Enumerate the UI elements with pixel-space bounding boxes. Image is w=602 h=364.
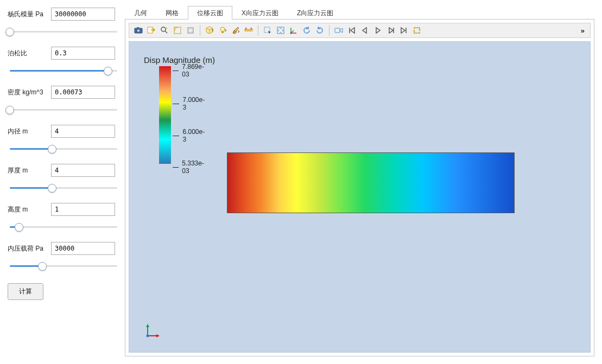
- svg-rect-14: [335, 28, 340, 33]
- svg-marker-16: [146, 324, 149, 327]
- brush-icon[interactable]: [230, 24, 242, 36]
- svg-rect-12: [277, 27, 284, 34]
- input-inner-radius[interactable]: [51, 125, 115, 138]
- label-poisson: 泊松比: [8, 49, 51, 58]
- last-frame-icon[interactable]: [398, 24, 410, 36]
- slider-poisson[interactable]: [8, 65, 119, 76]
- svg-point-1: [137, 29, 140, 33]
- input-youngs-modulus[interactable]: [51, 8, 115, 21]
- rotate-cw-icon[interactable]: [301, 24, 313, 36]
- svg-point-19: [147, 335, 149, 337]
- svg-rect-2: [137, 27, 139, 29]
- tab-x-stress[interactable]: X向应力云图: [232, 6, 288, 20]
- toolbar-separator: [258, 25, 258, 36]
- svg-point-13: [290, 33, 292, 34]
- camera-icon[interactable]: [132, 24, 144, 36]
- legend-tick: 7.869e-03: [171, 63, 206, 78]
- param-youngs-modulus: 杨氏模量 Pa: [8, 8, 119, 37]
- svg-rect-7: [189, 29, 192, 32]
- param-height: 高度 m: [8, 203, 119, 232]
- first-frame-icon[interactable]: [346, 24, 358, 36]
- slider-height[interactable]: [8, 221, 119, 232]
- toolbar: »: [129, 23, 591, 38]
- tab-z-stress[interactable]: Z向应力云图: [288, 6, 343, 20]
- input-height[interactable]: [51, 203, 115, 216]
- fit-icon[interactable]: [275, 24, 287, 36]
- label-youngs-modulus: 杨氏模量 Pa: [8, 10, 51, 19]
- slider-thickness[interactable]: [8, 182, 119, 193]
- label-height: 高度 m: [8, 205, 51, 214]
- next-frame-icon[interactable]: [385, 24, 397, 36]
- param-thickness: 厚度 m: [8, 164, 119, 193]
- axis-triad-icon: [144, 323, 161, 339]
- play-icon[interactable]: [372, 24, 384, 36]
- color-legend: 7.869e-03 7.000e-3 6.000e-3 5.333e-03: [159, 66, 171, 164]
- param-sidebar: 杨氏模量 Pa 泊松比 密度 kg/m^3: [0, 0, 125, 364]
- result-contour: [227, 152, 515, 213]
- slider-inner-radius[interactable]: [8, 143, 119, 154]
- calc-button[interactable]: 计算: [8, 283, 43, 300]
- svg-point-4: [161, 27, 166, 31]
- label-inner-radius: 内径 m: [8, 127, 51, 136]
- input-poisson[interactable]: [51, 47, 115, 60]
- svg-point-8: [220, 27, 225, 31]
- caliper-icon[interactable]: [243, 24, 255, 36]
- video-icon[interactable]: [333, 24, 345, 36]
- tab-bar: 几何 网格 位移云图 X向应力云图 Z向应力云图: [125, 7, 594, 20]
- ruler-box-icon[interactable]: [172, 24, 183, 36]
- lightbulb-icon[interactable]: [217, 24, 229, 36]
- legend-tick: 5.333e-03: [171, 159, 206, 175]
- legend-tick: 7.000e-3: [171, 96, 206, 111]
- cube-view-icon[interactable]: [204, 24, 216, 36]
- tab-geometry[interactable]: 几何: [125, 6, 156, 20]
- param-pressure: 内压载荷 Pa: [8, 242, 119, 271]
- projection-icon[interactable]: [185, 24, 197, 36]
- svg-marker-18: [156, 334, 160, 337]
- label-density: 密度 kg/m^3: [8, 88, 51, 97]
- axes-icon[interactable]: [288, 24, 300, 36]
- param-density: 密度 kg/m^3: [8, 86, 119, 115]
- main-panel: 几何 网格 位移云图 X向应力云图 Z向应力云图: [125, 0, 602, 364]
- viewport[interactable]: Disp Magnitude (m) 7.869e-03 7.000e-3 6.…: [129, 41, 591, 353]
- legend-tick: 6.000e-3: [171, 128, 206, 143]
- label-pressure: 内压载荷 Pa: [8, 244, 51, 253]
- param-inner-radius: 内径 m: [8, 125, 119, 154]
- param-poisson: 泊松比: [8, 47, 119, 76]
- select-icon[interactable]: [262, 24, 274, 36]
- toolbar-separator: [329, 25, 329, 36]
- export-icon[interactable]: [145, 24, 157, 36]
- zoom-icon[interactable]: [159, 24, 170, 36]
- view-frame: » Disp Magnitude (m) 7.869e-03 7.000e-3 …: [125, 19, 594, 356]
- tab-mesh[interactable]: 网格: [156, 6, 188, 20]
- slider-youngs-modulus[interactable]: [8, 26, 119, 37]
- slider-pressure[interactable]: [8, 260, 119, 271]
- tab-displacement[interactable]: 位移云图: [188, 6, 232, 20]
- toolbar-overflow[interactable]: »: [579, 27, 587, 35]
- rotate-ccw-icon[interactable]: [314, 24, 326, 36]
- label-thickness: 厚度 m: [8, 166, 51, 175]
- input-pressure[interactable]: [51, 242, 115, 255]
- svg-rect-9: [221, 31, 224, 33]
- prev-frame-icon[interactable]: [359, 24, 371, 36]
- input-thickness[interactable]: [51, 164, 115, 177]
- loop-icon[interactable]: [411, 24, 423, 36]
- input-density[interactable]: [51, 86, 115, 99]
- colorbar: [159, 66, 171, 164]
- toolbar-separator: [200, 25, 200, 36]
- slider-density[interactable]: [8, 104, 119, 115]
